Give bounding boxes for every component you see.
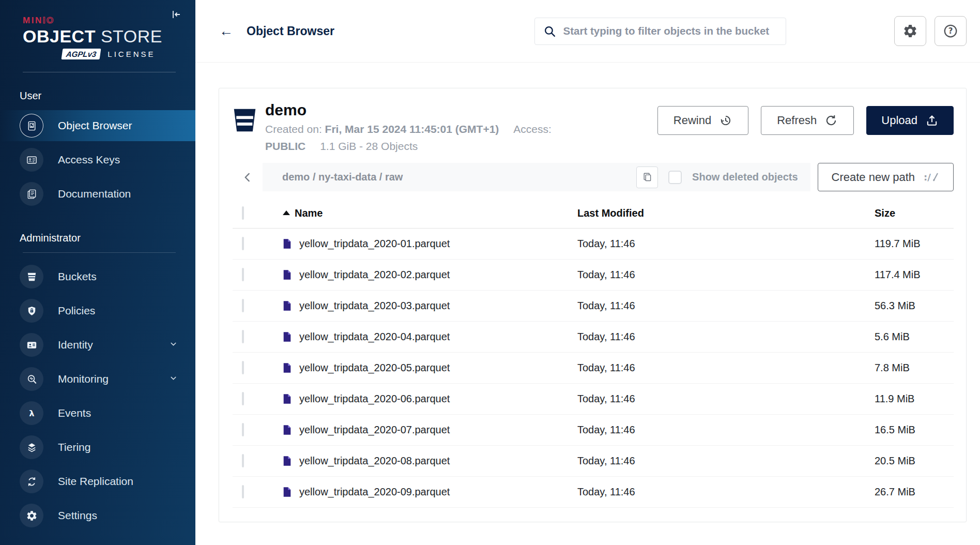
object-name-cell: yellow_tripdata_2020-09.parquet bbox=[270, 486, 577, 498]
object-name[interactable]: yellow_tripdata_2020-03.parquet bbox=[299, 300, 450, 312]
minio-logo: MINIO OBJECT STORE AGPLv3 LICENSE bbox=[0, 0, 195, 59]
usage-info: 1.1 GiB - 28 Objects bbox=[320, 140, 418, 152]
agpl-badge: AGPLv3 bbox=[62, 49, 101, 59]
modified-header[interactable]: Last Modified bbox=[577, 207, 875, 219]
object-name[interactable]: yellow_tripdata_2020-01.parquet bbox=[299, 238, 450, 250]
sidebar-item-identity[interactable]: Identity bbox=[0, 329, 195, 360]
size-header[interactable]: Size bbox=[875, 207, 954, 219]
refresh-button[interactable]: Refresh bbox=[761, 106, 854, 135]
table-body: yellow_tripdata_2020-01.parquet Today, 1… bbox=[233, 229, 954, 508]
sidebar-admin-items: Buckets Policies Identity Monitoring bbox=[0, 261, 195, 531]
sidebar-item-buckets[interactable]: Buckets bbox=[0, 261, 195, 292]
row-checkbox[interactable] bbox=[242, 423, 244, 436]
object-modified: Today, 11:46 bbox=[577, 424, 875, 436]
object-name[interactable]: yellow_tripdata_2020-06.parquet bbox=[299, 393, 450, 405]
sidebar: MINIO OBJECT STORE AGPLv3 LICENSE User O… bbox=[0, 0, 195, 545]
license-row: AGPLv3 LICENSE bbox=[62, 49, 195, 59]
copy-path-button[interactable] bbox=[636, 166, 658, 188]
sidebar-item-policies[interactable]: Policies bbox=[0, 295, 195, 326]
sort-asc-icon bbox=[283, 210, 290, 215]
sidebar-item-icon bbox=[20, 265, 43, 289]
file-icon bbox=[283, 269, 292, 280]
sidebar-item-icon bbox=[20, 504, 43, 527]
object-name[interactable]: yellow_tripdata_2020-05.parquet bbox=[299, 362, 450, 374]
bucket-icon bbox=[233, 99, 257, 155]
help-button[interactable] bbox=[935, 16, 967, 46]
object-size: 26.7 MiB bbox=[875, 486, 954, 498]
row-checkbox[interactable] bbox=[242, 485, 244, 498]
top-header: ← Object Browser bbox=[195, 0, 980, 63]
search-input[interactable] bbox=[563, 25, 777, 37]
row-checkbox[interactable] bbox=[242, 268, 244, 281]
sidebar-item-events[interactable]: Events bbox=[0, 398, 195, 429]
sidebar-section-administrator: Administrator bbox=[0, 232, 195, 244]
bucket-name: demo bbox=[265, 101, 657, 119]
object-modified: Today, 11:46 bbox=[577, 331, 875, 343]
main-area: ← Object Browser bbox=[195, 0, 980, 545]
breadcrumb[interactable]: demo / ny-taxi-data / raw bbox=[282, 171, 626, 183]
upload-icon bbox=[925, 114, 939, 127]
row-checkbox[interactable] bbox=[242, 454, 244, 467]
object-name[interactable]: yellow_tripdata_2020-09.parquet bbox=[299, 486, 450, 498]
created-on: Created on: Fri, Mar 15 2024 11:45:01 (G… bbox=[265, 123, 499, 135]
table-row[interactable]: yellow_tripdata_2020-09.parquet Today, 1… bbox=[233, 477, 954, 508]
file-icon bbox=[283, 331, 292, 342]
object-name[interactable]: yellow_tripdata_2020-08.parquet bbox=[299, 455, 450, 467]
object-name[interactable]: yellow_tripdata_2020-07.parquet bbox=[299, 424, 450, 436]
table-row[interactable]: yellow_tripdata_2020-08.parquet Today, 1… bbox=[233, 446, 954, 477]
row-checkbox[interactable] bbox=[242, 299, 244, 312]
sidebar-item-site-replication[interactable]: Site Replication bbox=[0, 466, 195, 497]
row-checkbox[interactable] bbox=[242, 330, 244, 343]
object-name[interactable]: yellow_tripdata_2020-04.parquet bbox=[299, 331, 450, 343]
settings-button[interactable] bbox=[894, 16, 926, 46]
object-size: 119.7 MiB bbox=[875, 238, 954, 250]
file-icon bbox=[283, 456, 292, 466]
rewind-icon bbox=[719, 114, 732, 127]
row-checkbox[interactable] bbox=[242, 237, 244, 250]
rewind-button[interactable]: Rewind bbox=[657, 106, 748, 135]
page-title: Object Browser bbox=[247, 24, 334, 38]
license-label: LICENSE bbox=[108, 50, 155, 58]
sidebar-item-access-keys[interactable]: Access Keys bbox=[0, 144, 195, 175]
object-modified: Today, 11:46 bbox=[577, 486, 875, 498]
row-checkbox[interactable] bbox=[242, 361, 244, 374]
row-checkbox-cell bbox=[233, 455, 270, 467]
row-checkbox-cell bbox=[233, 362, 270, 374]
navigate-up-button[interactable] bbox=[233, 163, 263, 191]
name-header[interactable]: Name bbox=[270, 207, 577, 219]
chevron-down-icon bbox=[169, 340, 178, 351]
header-actions bbox=[894, 16, 967, 46]
object-modified: Today, 11:46 bbox=[577, 300, 875, 312]
row-checkbox[interactable] bbox=[242, 392, 244, 405]
sidebar-item-settings[interactable]: Settings bbox=[0, 500, 195, 531]
table-row[interactable]: yellow_tripdata_2020-02.parquet Today, 1… bbox=[233, 260, 954, 291]
back-arrow-icon[interactable]: ← bbox=[219, 23, 233, 39]
select-all-checkbox[interactable] bbox=[242, 206, 244, 220]
object-size: 16.5 MiB bbox=[875, 424, 954, 436]
table-row[interactable]: yellow_tripdata_2020-07.parquet Today, 1… bbox=[233, 415, 954, 446]
bucket-header: demo Created on: Fri, Mar 15 2024 11:45:… bbox=[219, 88, 966, 155]
breadcrumb-strip: demo / ny-taxi-data / raw Show deleted o… bbox=[263, 163, 810, 191]
sidebar-collapse-button[interactable] bbox=[169, 7, 184, 23]
object-size: 11.9 MiB bbox=[875, 393, 954, 405]
bucket-meta: Created on: Fri, Mar 15 2024 11:45:01 (G… bbox=[265, 120, 609, 155]
create-new-path-button[interactable]: Create new path bbox=[818, 163, 954, 191]
table-row[interactable]: yellow_tripdata_2020-03.parquet Today, 1… bbox=[233, 291, 954, 322]
table-row[interactable]: yellow_tripdata_2020-05.parquet Today, 1… bbox=[233, 353, 954, 384]
sidebar-item-monitoring[interactable]: Monitoring bbox=[0, 364, 195, 395]
sidebar-item-documentation[interactable]: Documentation bbox=[0, 178, 195, 209]
show-deleted-checkbox[interactable] bbox=[668, 171, 682, 184]
product-name: OBJECT STORE bbox=[23, 26, 195, 47]
sidebar-item-object-browser[interactable]: Object Browser bbox=[0, 110, 195, 141]
sidebar-divider bbox=[23, 72, 176, 72]
sidebar-item-tiering[interactable]: Tiering bbox=[0, 432, 195, 463]
upload-button[interactable]: Upload bbox=[866, 106, 954, 135]
object-name[interactable]: yellow_tripdata_2020-02.parquet bbox=[299, 269, 450, 281]
file-icon bbox=[283, 300, 292, 311]
table-row[interactable]: yellow_tripdata_2020-04.parquet Today, 1… bbox=[233, 322, 954, 353]
object-name-cell: yellow_tripdata_2020-05.parquet bbox=[270, 362, 577, 374]
table-row[interactable]: yellow_tripdata_2020-06.parquet Today, 1… bbox=[233, 384, 954, 415]
table-row[interactable]: yellow_tripdata_2020-01.parquet Today, 1… bbox=[233, 229, 954, 260]
object-name-cell: yellow_tripdata_2020-08.parquet bbox=[270, 455, 577, 467]
bucket-actions: Rewind Refresh Upload bbox=[657, 99, 954, 155]
